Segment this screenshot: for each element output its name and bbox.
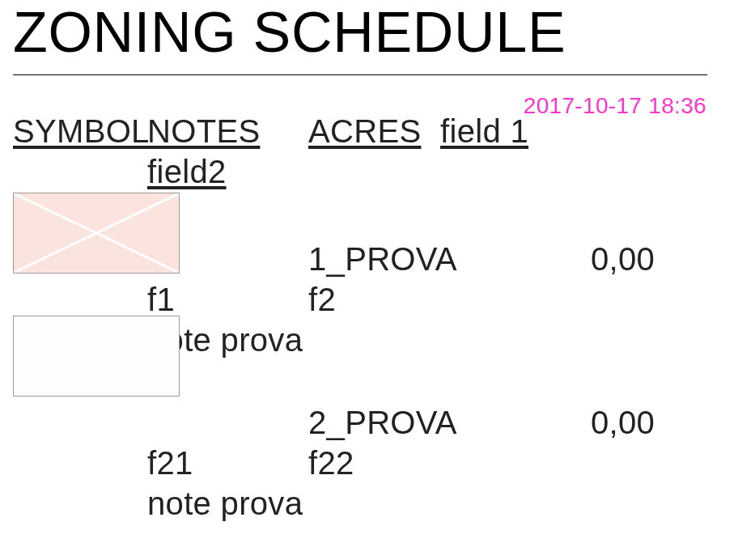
header-notes: NOTES	[147, 113, 260, 150]
row1-value: 0,00	[591, 241, 655, 278]
cross-hatch-icon	[14, 193, 179, 273]
row2-acres: 2_PROVA	[308, 405, 457, 441]
header-field1: field 1	[440, 113, 528, 150]
timestamp-label: 2017-10-17 18:36	[524, 93, 706, 119]
row2-f22: f22	[308, 445, 354, 482]
symbol-swatch-1	[13, 193, 180, 274]
symbol-swatch-2	[13, 316, 180, 397]
page-title: ZONING SCHEDULE	[13, 0, 566, 65]
title-rule	[13, 74, 707, 75]
header-acres: ACRES	[308, 113, 421, 150]
row1-f2: f2	[308, 282, 336, 318]
row2-value: 0,00	[591, 405, 655, 441]
header-symbol: SYMBOL	[13, 113, 150, 150]
header-field2: field2	[147, 154, 227, 190]
row2-f21: f21	[147, 445, 193, 482]
row1-f1: f1	[147, 282, 175, 318]
row2-note: note prova	[147, 486, 303, 522]
row1-acres: 1_PROVA	[308, 241, 457, 278]
